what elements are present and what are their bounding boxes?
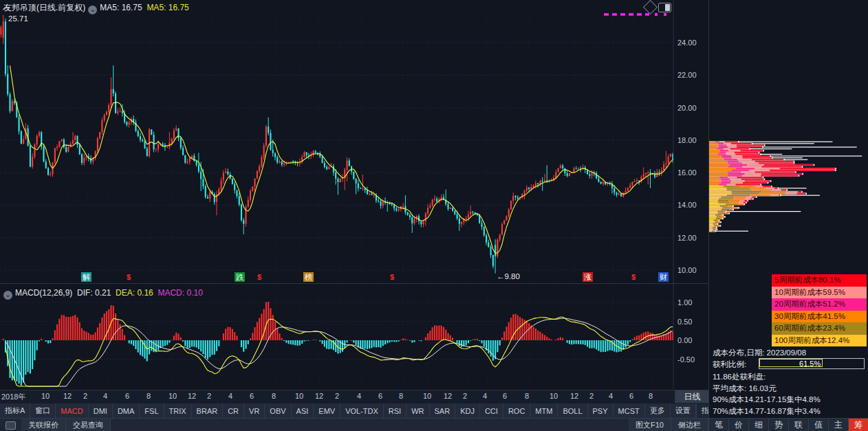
indicator-ASI[interactable]: ASI bbox=[292, 404, 314, 418]
event-marker[interactable]: $ bbox=[125, 272, 132, 282]
indicator-ROC[interactable]: ROC bbox=[503, 404, 530, 418]
macd-tick: -0.50 bbox=[677, 355, 708, 364]
indicator-CR[interactable]: CR bbox=[223, 404, 244, 418]
main-candlestick-chart[interactable] bbox=[0, 0, 674, 283]
time-tick: 10 bbox=[169, 392, 177, 400]
time-tick: 4 bbox=[609, 392, 613, 400]
macd-value: MACD: 0.10 bbox=[158, 288, 202, 298]
indicator-TRIX[interactable]: TRIX bbox=[164, 404, 192, 418]
indicator-MACD[interactable]: MACD bbox=[56, 404, 88, 418]
event-marker[interactable]: $ bbox=[630, 272, 637, 282]
event-marker[interactable]: 解 bbox=[81, 272, 91, 282]
avg-cost-line: 平均成本: 16.03元 bbox=[713, 384, 777, 394]
event-marker[interactable]: 榜 bbox=[303, 272, 314, 282]
indicator-BRAR[interactable]: BRAR bbox=[192, 404, 224, 418]
price-tick: 20.00 bbox=[677, 104, 708, 112]
indicator-KDJ[interactable]: KDJ bbox=[455, 404, 480, 418]
statusbar-right-buttons: 图文F10侧边栏 bbox=[629, 419, 708, 431]
tab-笔[interactable]: 笔 bbox=[708, 419, 728, 431]
indicator-RSI[interactable]: RSI bbox=[384, 404, 406, 418]
time-tick: 8 bbox=[649, 392, 653, 400]
statusbar-关联报价[interactable]: 关联报价 bbox=[21, 419, 66, 431]
tab-主[interactable]: 主 bbox=[828, 419, 848, 431]
statusbar-图文F10[interactable]: 图文F10 bbox=[629, 419, 671, 431]
legend-item: 5周期前成本80.1% bbox=[772, 274, 867, 287]
main-chart-panel[interactable]: 友邦吊顶(日线.前复权)⌄MA5: 16.75 MA5: 16.75 25.71… bbox=[0, 0, 708, 284]
time-tick: 6 bbox=[125, 392, 129, 400]
time-tick: 6 bbox=[250, 392, 254, 400]
window-icon[interactable] bbox=[6, 421, 16, 430]
time-tick: 10 bbox=[423, 392, 431, 400]
event-marker[interactable]: $ bbox=[389, 272, 395, 282]
statusbar-spacer bbox=[111, 419, 629, 431]
legend-item: 10周期前成本59.5% bbox=[772, 287, 867, 299]
time-tick: 8 bbox=[272, 392, 276, 400]
profit-ratio-label: 获利比例: bbox=[713, 360, 746, 370]
cost-legend: 5周期前成本80.1%10周期前成本59.5%20周期前成本51.2%30周期前… bbox=[772, 274, 867, 346]
tab-值[interactable]: 值 bbox=[808, 419, 828, 431]
macd-tick: 0.50 bbox=[677, 318, 708, 326]
macd-tick: 0.00 bbox=[677, 336, 708, 344]
indicator-指标A[interactable]: 指标A bbox=[0, 404, 30, 418]
tab-细[interactable]: 细 bbox=[748, 419, 768, 431]
time-tick: 6 bbox=[378, 392, 382, 400]
time-tick: 6 bbox=[629, 392, 633, 400]
event-marker[interactable]: 跌 bbox=[235, 272, 245, 282]
indicator-OBV[interactable]: OBV bbox=[265, 404, 291, 418]
collapse-chevron-icon[interactable]: ⌄ bbox=[88, 5, 97, 14]
legend-item: 60周期前成本23.4% bbox=[772, 322, 867, 335]
event-marker[interactable]: 财 bbox=[658, 272, 669, 282]
indicator-DMA[interactable]: DMA bbox=[113, 404, 140, 418]
price-tick: 18.00 bbox=[677, 136, 708, 144]
price-tick: 24.00 bbox=[677, 38, 708, 47]
indicator-BOLL[interactable]: BOLL bbox=[558, 404, 587, 418]
indicator-DMI[interactable]: DMI bbox=[89, 404, 113, 418]
low-price-annotation: ←9.80 bbox=[497, 272, 520, 280]
indicator-CCI[interactable]: CCI bbox=[480, 404, 503, 418]
indicator-MTM[interactable]: MTM bbox=[530, 404, 558, 418]
tab-筹[interactable]: 筹 bbox=[848, 419, 868, 431]
profit-ratio-gauge: 61.5% bbox=[759, 358, 865, 369]
time-tick: 2 bbox=[207, 392, 211, 400]
indicator-MCST[interactable]: MCST bbox=[614, 404, 645, 418]
indicator-VR[interactable]: VR bbox=[244, 404, 265, 418]
time-tick: 2 bbox=[589, 392, 594, 400]
price-tick: 12.00 bbox=[677, 234, 708, 242]
indicator-更多[interactable]: 更多 bbox=[645, 404, 671, 418]
sidebar-toggle-icon[interactable] bbox=[658, 3, 671, 12]
time-tick: 12 bbox=[444, 392, 452, 400]
tab-价[interactable]: 价 bbox=[728, 419, 748, 431]
time-tick: 12 bbox=[63, 392, 72, 400]
time-tick: 8 bbox=[525, 392, 529, 400]
indicator-WR[interactable]: WR bbox=[406, 404, 429, 418]
tab-联[interactable]: 联 bbox=[788, 419, 808, 431]
stock-title: 友邦吊顶(日线.前复权) bbox=[3, 3, 85, 12]
profit-holders-line: 11.86处获利盘: bbox=[713, 372, 766, 382]
statusbar-交易查询[interactable]: 交易查询 bbox=[66, 419, 111, 431]
event-marker[interactable]: $ bbox=[256, 272, 263, 282]
price-tick: 14.00 bbox=[677, 201, 708, 209]
indicator-FSL[interactable]: FSL bbox=[140, 404, 164, 418]
indicator-SAR[interactable]: SAR bbox=[430, 404, 456, 418]
event-marker[interactable]: 涨 bbox=[583, 272, 593, 282]
indicator-窗口[interactable]: 窗口 bbox=[30, 404, 56, 418]
price-tick: 22.00 bbox=[677, 71, 708, 79]
macd-panel[interactable]: ⌄MACD(12,26,9) DIF: 0.21 DEA: 0.16 MACD:… bbox=[0, 284, 708, 390]
statusbar-侧边栏[interactable]: 侧边栏 bbox=[671, 419, 708, 431]
dif-value: DIF: 0.21 bbox=[77, 288, 111, 298]
collapse-chevron-icon[interactable]: ⌄ bbox=[3, 291, 12, 300]
time-tick: 2 bbox=[335, 392, 339, 400]
time-tick: 4 bbox=[228, 392, 232, 400]
cost-date-line: 成本分布,日期: 2023/09/08 bbox=[713, 348, 806, 358]
indicator-toolbar: 指标A窗口MACDDMIDMAFSLTRIXBRARCRVROBVASIEMVV… bbox=[0, 404, 708, 418]
indicator-VOL-TDX[interactable]: VOL-TDX bbox=[340, 404, 384, 418]
time-tick: 2 bbox=[463, 392, 467, 400]
tab-势[interactable]: 势 bbox=[768, 419, 788, 431]
legend-item: 30周期前成本41.5% bbox=[772, 311, 867, 323]
indicator-EMV[interactable]: EMV bbox=[314, 404, 340, 418]
sidebar-toggle-fill bbox=[665, 4, 670, 11]
period-selector[interactable]: 日线 bbox=[675, 390, 709, 403]
price-tick: 16.00 bbox=[677, 168, 708, 177]
indicator-PSY[interactable]: PSY bbox=[588, 404, 614, 418]
indicator-设置[interactable]: 设置 bbox=[671, 404, 696, 418]
